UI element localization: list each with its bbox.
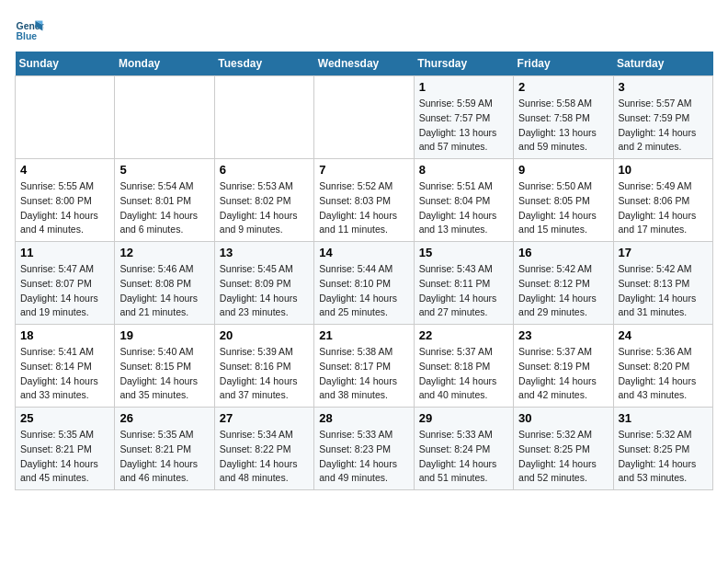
calendar-table: SundayMondayTuesdayWednesdayThursdayFrid… (15, 52, 713, 490)
day-number: 16 (518, 246, 608, 259)
day-info: Sunrise: 5:39 AMSunset: 8:16 PMDaylight:… (220, 345, 309, 403)
day-number: 23 (518, 328, 608, 342)
day-info: Sunrise: 5:33 AMSunset: 8:23 PMDaylight:… (319, 428, 408, 486)
day-info: Sunrise: 5:38 AMSunset: 8:17 PMDaylight:… (319, 345, 408, 403)
day-number: 14 (319, 246, 408, 259)
day-number: 17 (619, 246, 708, 259)
day-info: Sunrise: 5:52 AMSunset: 8:03 PMDaylight:… (319, 179, 408, 237)
calendar-cell (214, 76, 313, 159)
header-cell-sunday: Sunday (16, 52, 115, 76)
day-number: 25 (20, 411, 109, 425)
day-number: 29 (419, 411, 508, 425)
header: General Blue (15, 15, 713, 44)
calendar-cell: 1Sunrise: 5:59 AMSunset: 7:57 PMDaylight… (414, 76, 513, 159)
header-cell-tuesday: Tuesday (214, 52, 313, 76)
logo-icon: General Blue (15, 15, 44, 44)
calendar-cell: 28Sunrise: 5:33 AMSunset: 8:23 PMDayligh… (314, 408, 414, 490)
day-info: Sunrise: 5:45 AMSunset: 8:09 PMDaylight:… (220, 262, 309, 320)
day-info: Sunrise: 5:34 AMSunset: 8:22 PMDaylight:… (220, 428, 309, 486)
calendar-week-3: 11Sunrise: 5:47 AMSunset: 8:07 PMDayligh… (16, 242, 713, 325)
calendar-cell: 27Sunrise: 5:34 AMSunset: 8:22 PMDayligh… (214, 408, 313, 490)
header-cell-friday: Friday (514, 52, 613, 76)
header-cell-thursday: Thursday (414, 52, 513, 76)
day-number: 6 (220, 163, 309, 177)
day-info: Sunrise: 5:41 AMSunset: 8:14 PMDaylight:… (20, 345, 109, 403)
day-info: Sunrise: 5:59 AMSunset: 7:57 PMDaylight:… (419, 97, 508, 155)
calendar-cell: 3Sunrise: 5:57 AMSunset: 7:59 PMDaylight… (613, 76, 712, 159)
calendar-cell (16, 76, 115, 159)
calendar-cell: 25Sunrise: 5:35 AMSunset: 8:21 PMDayligh… (16, 408, 115, 490)
calendar-cell: 13Sunrise: 5:45 AMSunset: 8:09 PMDayligh… (214, 242, 313, 325)
day-number: 30 (518, 411, 608, 425)
day-number: 26 (119, 411, 209, 425)
day-info: Sunrise: 5:55 AMSunset: 8:00 PMDaylight:… (20, 179, 109, 237)
day-info: Sunrise: 5:51 AMSunset: 8:04 PMDaylight:… (419, 179, 508, 237)
day-info: Sunrise: 5:57 AMSunset: 7:59 PMDaylight:… (619, 97, 708, 155)
day-number: 12 (119, 246, 209, 259)
day-info: Sunrise: 5:50 AMSunset: 8:05 PMDaylight:… (518, 179, 608, 237)
day-info: Sunrise: 5:43 AMSunset: 8:11 PMDaylight:… (419, 262, 508, 320)
day-number: 20 (220, 328, 309, 342)
calendar-cell: 16Sunrise: 5:42 AMSunset: 8:12 PMDayligh… (514, 242, 613, 325)
day-number: 21 (319, 328, 408, 342)
calendar-cell: 23Sunrise: 5:37 AMSunset: 8:19 PMDayligh… (514, 325, 613, 408)
calendar-cell: 6Sunrise: 5:53 AMSunset: 8:02 PMDaylight… (214, 159, 313, 242)
svg-text:Blue: Blue (17, 31, 38, 41)
calendar-cell (115, 76, 214, 159)
day-number: 24 (619, 328, 708, 342)
day-info: Sunrise: 5:47 AMSunset: 8:07 PMDaylight:… (20, 262, 109, 320)
day-number: 18 (20, 328, 109, 342)
day-info: Sunrise: 5:58 AMSunset: 7:58 PMDaylight:… (518, 97, 608, 155)
day-info: Sunrise: 5:44 AMSunset: 8:10 PMDaylight:… (319, 262, 408, 320)
calendar-week-4: 18Sunrise: 5:41 AMSunset: 8:14 PMDayligh… (16, 325, 713, 408)
day-number: 27 (220, 411, 309, 425)
calendar-week-2: 4Sunrise: 5:55 AMSunset: 8:00 PMDaylight… (16, 159, 713, 242)
calendar-cell: 9Sunrise: 5:50 AMSunset: 8:05 PMDaylight… (514, 159, 613, 242)
day-number: 5 (119, 163, 209, 177)
calendar-cell: 31Sunrise: 5:32 AMSunset: 8:25 PMDayligh… (613, 408, 712, 490)
day-info: Sunrise: 5:54 AMSunset: 8:01 PMDaylight:… (119, 179, 209, 237)
day-info: Sunrise: 5:46 AMSunset: 8:08 PMDaylight:… (119, 262, 209, 320)
calendar-cell: 10Sunrise: 5:49 AMSunset: 8:06 PMDayligh… (613, 159, 712, 242)
day-number: 8 (419, 163, 508, 177)
calendar-cell: 8Sunrise: 5:51 AMSunset: 8:04 PMDaylight… (414, 159, 513, 242)
calendar-cell: 17Sunrise: 5:42 AMSunset: 8:13 PMDayligh… (613, 242, 712, 325)
calendar-cell: 7Sunrise: 5:52 AMSunset: 8:03 PMDaylight… (314, 159, 414, 242)
calendar-week-1: 1Sunrise: 5:59 AMSunset: 7:57 PMDaylight… (16, 76, 713, 159)
day-number: 15 (419, 246, 508, 259)
calendar-cell: 15Sunrise: 5:43 AMSunset: 8:11 PMDayligh… (414, 242, 513, 325)
calendar-cell: 19Sunrise: 5:40 AMSunset: 8:15 PMDayligh… (115, 325, 214, 408)
calendar-cell: 22Sunrise: 5:37 AMSunset: 8:18 PMDayligh… (414, 325, 513, 408)
day-info: Sunrise: 5:35 AMSunset: 8:21 PMDaylight:… (20, 428, 109, 486)
calendar-cell: 29Sunrise: 5:33 AMSunset: 8:24 PMDayligh… (414, 408, 513, 490)
calendar-cell: 5Sunrise: 5:54 AMSunset: 8:01 PMDaylight… (115, 159, 214, 242)
day-info: Sunrise: 5:32 AMSunset: 8:25 PMDaylight:… (619, 428, 708, 486)
day-info: Sunrise: 5:33 AMSunset: 8:24 PMDaylight:… (419, 428, 508, 486)
calendar-cell: 14Sunrise: 5:44 AMSunset: 8:10 PMDayligh… (314, 242, 414, 325)
header-row: SundayMondayTuesdayWednesdayThursdayFrid… (16, 52, 713, 76)
day-number: 2 (518, 80, 608, 94)
day-info: Sunrise: 5:42 AMSunset: 8:13 PMDaylight:… (619, 262, 708, 320)
day-number: 31 (619, 411, 708, 425)
day-info: Sunrise: 5:42 AMSunset: 8:12 PMDaylight:… (518, 262, 608, 320)
day-number: 11 (20, 246, 109, 259)
calendar-cell: 18Sunrise: 5:41 AMSunset: 8:14 PMDayligh… (16, 325, 115, 408)
day-number: 22 (419, 328, 508, 342)
logo: General Blue (15, 15, 48, 44)
calendar-header: SundayMondayTuesdayWednesdayThursdayFrid… (16, 52, 713, 76)
day-info: Sunrise: 5:53 AMSunset: 8:02 PMDaylight:… (220, 179, 309, 237)
day-number: 9 (518, 163, 608, 177)
day-info: Sunrise: 5:40 AMSunset: 8:15 PMDaylight:… (119, 345, 209, 403)
header-cell-monday: Monday (115, 52, 214, 76)
calendar-cell: 11Sunrise: 5:47 AMSunset: 8:07 PMDayligh… (16, 242, 115, 325)
day-info: Sunrise: 5:32 AMSunset: 8:25 PMDaylight:… (518, 428, 608, 486)
calendar-cell: 21Sunrise: 5:38 AMSunset: 8:17 PMDayligh… (314, 325, 414, 408)
day-number: 13 (220, 246, 309, 259)
day-info: Sunrise: 5:35 AMSunset: 8:21 PMDaylight:… (119, 428, 209, 486)
day-number: 1 (419, 80, 508, 94)
day-number: 3 (619, 80, 708, 94)
calendar-week-5: 25Sunrise: 5:35 AMSunset: 8:21 PMDayligh… (16, 408, 713, 490)
day-info: Sunrise: 5:49 AMSunset: 8:06 PMDaylight:… (619, 179, 708, 237)
day-number: 19 (119, 328, 209, 342)
day-number: 7 (319, 163, 408, 177)
